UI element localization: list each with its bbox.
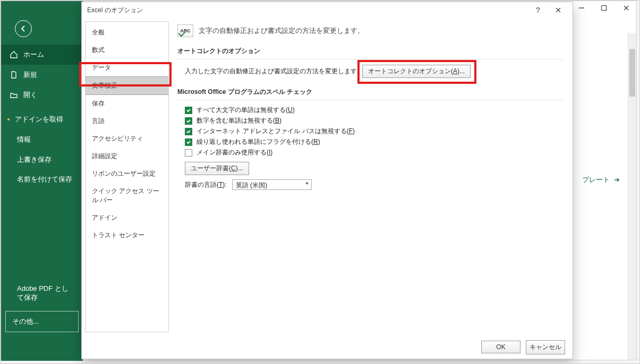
new-doc-icon <box>10 71 18 79</box>
chk-maindict-label: メイン辞書のみ使用する(I) <box>197 148 272 157</box>
dot-icon <box>7 118 10 120</box>
nav-home[interactable]: ホーム <box>1 45 83 65</box>
nav-addins-label: アドインを取得 <box>15 115 63 124</box>
dict-lang-select[interactable]: 英語 (米国) <box>232 179 312 190</box>
main-minimize-button[interactable] <box>578 4 585 12</box>
nav-other-label: その他... <box>12 317 39 326</box>
svg-rect-1 <box>602 6 607 11</box>
proofing-icon: ABC <box>177 24 193 37</box>
nav-trust-center[interactable]: トラスト センター <box>86 227 168 244</box>
autocorrect-options-label: オートコレクトのオプション(A)... <box>368 67 465 75</box>
excel-options-dialog: Excel のオプション ? 全般 数式 データ 文章校正 保存 言語 アクセシ… <box>81 2 573 359</box>
home-icon <box>10 50 18 59</box>
back-arrow-button[interactable] <box>15 20 32 37</box>
dialog-content: ABC 文字の自動修正および書式設定の方法を変更します。 オートコレクトのオプシ… <box>173 18 573 335</box>
nav-advanced[interactable]: 詳細設定 <box>86 148 168 165</box>
nav-other[interactable]: その他... <box>5 311 79 332</box>
nav-save[interactable]: 上書き保存 <box>1 150 83 170</box>
checkbox-icon <box>185 128 192 135</box>
nav-general[interactable]: 全般 <box>86 24 168 41</box>
chk-uppercase-label: すべて大文字の単語は無視する(U) <box>197 106 295 115</box>
nav-save-cat[interactable]: 保存 <box>86 95 168 112</box>
nav-info-label: 情報 <box>17 135 31 144</box>
dialog-close-button[interactable] <box>548 2 568 18</box>
nav-addins-cat[interactable]: アドイン <box>86 209 168 227</box>
templates-link-label: プレート <box>582 175 610 185</box>
nav-save-label: 上書き保存 <box>17 155 52 164</box>
folder-open-icon <box>10 91 18 99</box>
dialog-footer: OK キャンセル <box>82 335 573 359</box>
chk-repeated[interactable]: 繰り返し使われる単語にフラグを付ける(R) <box>185 137 563 146</box>
help-button[interactable]: ? <box>528 2 548 18</box>
ok-button[interactable]: OK <box>481 341 520 353</box>
chk-maindict[interactable]: メイン辞書のみ使用する(I) <box>185 148 563 157</box>
scrollbar-thumb[interactable] <box>629 49 635 97</box>
chk-uppercase[interactable]: すべて大文字の単語は無視する(U) <box>185 106 563 115</box>
dialog-titlebar: Excel のオプション ? <box>82 2 573 18</box>
page-heading: 文字の自動修正および書式設定の方法を変更します。 <box>199 26 364 36</box>
nav-saveas[interactable]: 名前を付けて保存 <box>1 170 83 189</box>
cancel-button[interactable]: キャンセル <box>526 340 565 354</box>
nav-accessibility[interactable]: アクセシビリティ <box>86 130 168 148</box>
templates-link-fragment[interactable]: プレート <box>582 175 620 185</box>
nav-formulas[interactable]: 数式 <box>86 41 168 59</box>
chk-internet-label: インターネット アドレスとファイル パスは無視する(F) <box>197 127 355 136</box>
nav-new-label: 新規 <box>23 70 37 80</box>
nav-open[interactable]: 開く <box>1 85 83 105</box>
chk-numbers-label: 数字を含む単語は無視する(B) <box>197 116 281 125</box>
nav-language[interactable]: 言語 <box>86 112 168 130</box>
user-dictionary-label: ユーザー辞書(C)... <box>191 164 243 172</box>
nav-adobepdf-label: Adobe PDF として保存 <box>17 284 74 302</box>
nav-home-label: ホーム <box>23 50 44 59</box>
checkbox-icon <box>185 149 192 157</box>
main-maximize-button[interactable] <box>600 4 608 12</box>
section-spellcheck: Microsoft Office プログラムのスペル チェック <box>177 88 563 97</box>
nav-new[interactable]: 新規 <box>1 65 83 85</box>
nav-open-label: 開く <box>23 90 37 100</box>
checkbox-icon <box>185 107 192 114</box>
nav-adobe-pdf[interactable]: Adobe PDF として保存 <box>1 279 83 308</box>
dialog-title: Excel のオプション <box>87 6 143 15</box>
nav-info[interactable]: 情報 <box>1 129 83 150</box>
autocorrect-options-button[interactable]: オートコレクトのオプション(A)... <box>362 65 471 78</box>
user-dictionary-button[interactable]: ユーザー辞書(C)... <box>185 162 249 175</box>
main-close-button[interactable] <box>622 4 630 12</box>
chk-internet[interactable]: インターネット アドレスとファイル パスは無視する(F) <box>185 127 563 136</box>
nav-addins[interactable]: アドインを取得 <box>1 109 83 129</box>
nav-customize-ribbon[interactable]: リボンのユーザー設定 <box>86 165 168 183</box>
nav-data[interactable]: データ <box>86 59 168 76</box>
section-autocorrect: オートコレクトのオプション <box>177 47 563 56</box>
chk-repeated-label: 繰り返し使われる単語にフラグを付ける(R) <box>197 137 320 146</box>
checkbox-icon <box>185 138 192 146</box>
dict-lang-label: 辞書の言語(T): <box>185 180 227 189</box>
nav-proofing[interactable]: 文章校正 <box>86 76 168 95</box>
nav-qat[interactable]: クイック アクセス ツール バー <box>86 183 168 209</box>
dict-lang-value: 英語 (米国) <box>232 179 312 190</box>
autocorrect-desc: 入力した文字の自動修正および書式設定の方法を変更します <box>185 67 357 76</box>
chk-numbers[interactable]: 数字を含む単語は無視する(B) <box>185 116 563 125</box>
backstage-nav: ホーム 新規 開く アドインを取得 情報 <box>1 1 83 361</box>
nav-saveas-label: 名前を付けて保存 <box>17 175 72 184</box>
checkbox-icon <box>185 117 192 125</box>
dialog-nav: 全般 数式 データ 文章校正 保存 言語 アクセシビリティ 詳細設定 リボンのユ… <box>85 21 169 332</box>
main-scrollbar[interactable] <box>628 33 636 360</box>
